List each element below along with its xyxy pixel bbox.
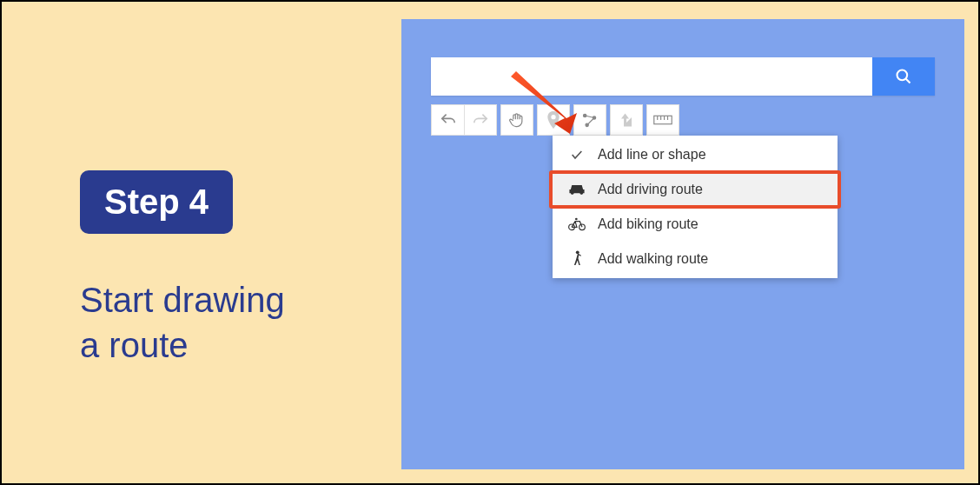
app-screenshot: Add line or shape Add driving route xyxy=(401,19,964,469)
search-button[interactable] xyxy=(872,57,935,96)
ruler-icon xyxy=(653,114,672,126)
bike-icon xyxy=(568,216,586,233)
dropdown-item-biking-route[interactable]: Add biking route xyxy=(553,207,838,242)
directions-icon xyxy=(619,112,634,128)
svg-point-17 xyxy=(575,218,578,221)
toolbar xyxy=(431,104,679,136)
undo-button[interactable] xyxy=(431,104,464,136)
redo-button[interactable] xyxy=(464,104,497,136)
search-input[interactable] xyxy=(431,57,872,96)
redo-icon xyxy=(472,113,489,127)
dropdown-item-label: Add line or shape xyxy=(598,147,706,163)
dropdown-item-label: Add biking route xyxy=(598,216,699,232)
walk-icon xyxy=(568,250,586,268)
dropdown-item-label: Add driving route xyxy=(598,182,703,197)
marker-icon xyxy=(546,111,560,129)
instruction-line-1: Start drawing xyxy=(80,281,285,319)
dropdown-item-label: Add walking route xyxy=(598,251,708,267)
polyline-icon xyxy=(581,111,599,129)
svg-point-2 xyxy=(551,115,555,119)
dropdown-item-walking-route[interactable]: Add walking route xyxy=(553,242,838,276)
step-badge: Step 4 xyxy=(80,170,233,234)
svg-point-13 xyxy=(572,192,574,195)
hand-icon xyxy=(508,111,526,129)
svg-line-1 xyxy=(906,79,910,83)
search-bar xyxy=(431,57,935,96)
svg-point-18 xyxy=(576,250,579,254)
instruction-pane: Step 4 Start drawing a route xyxy=(2,2,401,483)
search-icon xyxy=(895,68,912,85)
dropdown-item-driving-route[interactable]: Add driving route xyxy=(553,172,838,207)
measure-tool-button[interactable] xyxy=(646,104,679,136)
car-icon xyxy=(568,181,586,198)
draw-line-tool-button[interactable] xyxy=(573,104,606,136)
hand-tool-button[interactable] xyxy=(500,104,533,136)
undo-icon xyxy=(440,113,457,127)
svg-point-14 xyxy=(580,192,583,195)
draw-line-dropdown: Add line or shape Add driving route xyxy=(553,136,838,278)
instruction-line-2: a route xyxy=(80,326,189,364)
tutorial-slide: Step 4 Start drawing a route xyxy=(0,0,980,485)
directions-tool-button[interactable] xyxy=(610,104,643,136)
instruction-text: Start drawing a route xyxy=(80,277,349,368)
svg-point-0 xyxy=(897,70,908,81)
svg-line-7 xyxy=(587,118,594,125)
marker-tool-button[interactable] xyxy=(537,104,570,136)
svg-rect-8 xyxy=(654,116,672,123)
check-icon xyxy=(568,146,586,163)
dropdown-item-line-shape[interactable]: Add line or shape xyxy=(553,137,838,172)
